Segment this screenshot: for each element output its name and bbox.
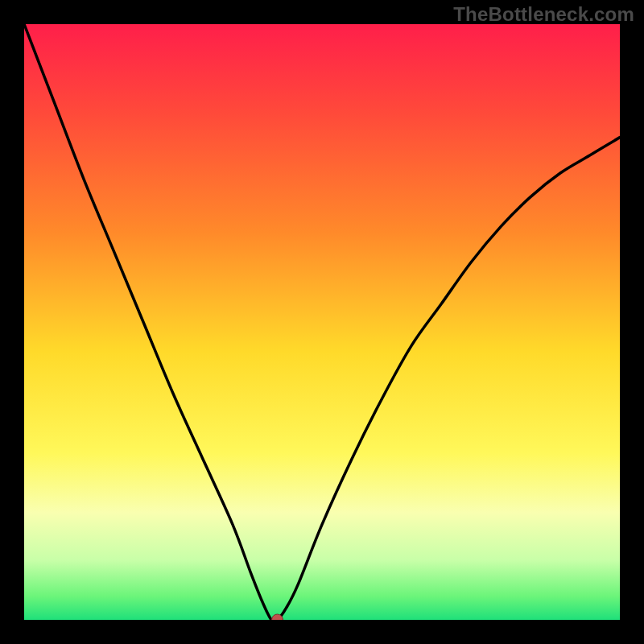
watermark-text: TheBottleneck.com bbox=[453, 3, 634, 26]
plot-area bbox=[24, 24, 620, 620]
chart-container: TheBottleneck.com bbox=[0, 0, 644, 644]
bottleneck-curve bbox=[24, 24, 620, 620]
curve-layer bbox=[24, 24, 620, 620]
